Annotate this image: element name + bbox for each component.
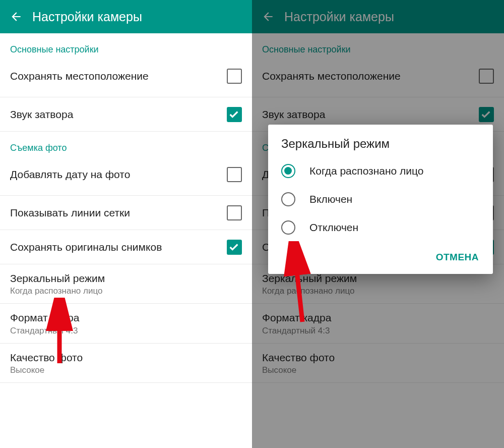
- row-frame-format[interactable]: Формат кадра Стандартный 4:3: [0, 304, 252, 343]
- arrow-back-icon: [10, 10, 23, 23]
- checkbox-checked[interactable]: [227, 240, 242, 255]
- checkbox-unchecked[interactable]: [227, 69, 242, 84]
- radio-option-face-detected[interactable]: Когда распознано лицо: [268, 157, 493, 185]
- check-icon: [228, 109, 239, 120]
- row-mirror-mode[interactable]: Зеркальный режим Когда распознано лицо: [0, 264, 252, 304]
- row-label: Качество фото: [10, 351, 242, 364]
- screen-settings-right: Настройки камеры Основные настройки Сохр…: [252, 0, 504, 448]
- screen-settings-left: Настройки камеры Основные настройки Сохр…: [0, 0, 252, 448]
- radio-unselected-icon: [281, 220, 295, 235]
- settings-content: Основные настройки Сохранять местоположе…: [0, 33, 252, 383]
- row-sublabel: Когда распознано лицо: [10, 286, 242, 296]
- row-label: Показывать линии сетки: [10, 206, 130, 219]
- appbar: Настройки камеры: [0, 0, 252, 33]
- mirror-mode-dialog: Зеркальный режим Когда распознано лицо В…: [268, 125, 493, 274]
- row-save-originals[interactable]: Сохранять оригиналы снимков: [0, 230, 252, 264]
- row-grid-lines[interactable]: Показывать линии сетки: [0, 196, 252, 230]
- checkbox-checked[interactable]: [227, 107, 242, 122]
- radio-label: Включен: [309, 193, 352, 205]
- cancel-button[interactable]: ОТМЕНА: [431, 248, 484, 267]
- row-label: Сохранять оригиналы снимков: [10, 240, 162, 254]
- row-label: Сохранять местоположение: [10, 69, 149, 83]
- row-shutter-sound[interactable]: Звук затвора: [0, 97, 252, 132]
- radio-option-disabled[interactable]: Отключен: [268, 213, 493, 242]
- row-sublabel: Высокое: [10, 365, 242, 375]
- row-photo-quality[interactable]: Качество фото Высокое: [0, 344, 252, 383]
- radio-unselected-icon: [281, 192, 295, 206]
- radio-option-enabled[interactable]: Включен: [268, 185, 493, 213]
- check-icon: [228, 242, 239, 253]
- row-label: Звук затвора: [10, 107, 73, 121]
- appbar-title: Настройки камеры: [32, 10, 142, 24]
- checkbox-unchecked[interactable]: [227, 167, 242, 182]
- row-sublabel: Стандартный 4:3: [10, 326, 242, 336]
- back-button[interactable]: [6, 7, 26, 27]
- row-save-location[interactable]: Сохранять местоположение: [0, 63, 252, 97]
- row-label: Формат кадра: [10, 311, 242, 324]
- row-add-date[interactable]: Добавлять дату на фото: [0, 161, 252, 196]
- row-label: Зеркальный режим: [10, 271, 242, 285]
- radio-label: Когда распознано лицо: [309, 165, 424, 177]
- dialog-actions: ОТМЕНА: [268, 242, 493, 274]
- dialog-title: Зеркальный режим: [268, 125, 493, 157]
- radio-label: Отключен: [309, 221, 358, 234]
- checkbox-unchecked[interactable]: [227, 205, 242, 220]
- section-header-main: Основные настройки: [0, 33, 252, 63]
- row-label: Добавлять дату на фото: [10, 167, 130, 181]
- section-header-photo: Съемка фото: [0, 132, 252, 161]
- radio-selected-icon: [281, 164, 295, 178]
